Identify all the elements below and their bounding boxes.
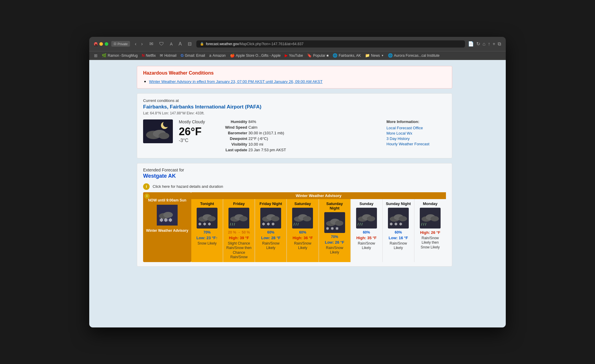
back-button[interactable]: ‹ <box>133 41 138 47</box>
forecast-day: Sunday / / / 60% High: 35 °F Rain/Snow L… <box>351 199 383 262</box>
wind-value: Calm <box>248 125 257 130</box>
url-domain: forecast.weather.gov <box>206 42 239 46</box>
precip-pct: 60% <box>385 230 412 234</box>
svg-point-28 <box>303 216 311 221</box>
day-weather-img: ❄ ❄ ❄ <box>388 208 409 229</box>
cc-body: Mostly Cloudy 26°F -3°C Humidity 84% Win… <box>143 119 446 153</box>
aurora-icon: 🌐 <box>388 53 393 58</box>
more-local-wx-link[interactable]: More Local Wx <box>386 131 446 135</box>
day-name: Friday Night <box>257 201 284 206</box>
bookmark-gmail[interactable]: G Gmail: Email <box>181 53 205 58</box>
svg-text:/ / /: / / / <box>358 222 363 226</box>
hotmail-icon: ✉ <box>160 53 163 58</box>
dew-value: 22°F (-6°C) <box>248 136 268 141</box>
news-dropdown-icon: ▼ <box>381 54 384 57</box>
refresh-button[interactable]: ↻ <box>476 41 480 47</box>
hourly-weather-link[interactable]: Hourly Weather Forecast <box>386 142 446 146</box>
bookmark-popular[interactable]: 🔖 Popular ■ <box>307 53 328 58</box>
advisory-header: Winter Weather Advisory <box>191 192 446 199</box>
traffic-lights: ✕ <box>94 42 108 46</box>
forecast-day: Saturday / / / 60% High: 36 °F Rain/Snow… <box>287 199 319 262</box>
bookmark-news[interactable]: 📁 News ▼ <box>365 53 384 58</box>
bookmark-youtube[interactable]: ▶ YouTube <box>285 53 303 58</box>
inner-content: Hazardous Weather Conditions Winter Weat… <box>137 66 452 267</box>
temp-value: Low: 23 °F↑ <box>194 236 220 240</box>
info-circle-icon[interactable]: i <box>143 183 150 190</box>
day-condition: Snow Likely <box>194 241 220 246</box>
shield-button[interactable]: 🛡 <box>157 41 166 47</box>
bookmark-smugmug[interactable]: 🌿 Ramon -SmugMug <box>102 53 138 58</box>
popular-icon: 🔖 <box>307 53 312 58</box>
bookmark-netflix[interactable]: N Netflix <box>142 53 156 58</box>
email-button[interactable]: ✉ <box>148 40 155 47</box>
local-forecast-office-link[interactable]: Local Forecast Office <box>386 126 446 130</box>
private-label: Private <box>118 42 128 46</box>
day-condition: Slight Chance Rain/Snow then Chance Rain… <box>226 241 252 260</box>
day-name: Friday <box>226 201 252 206</box>
address-bar[interactable]: 🔒 forecast.weather.gov/MapClick.php?lon=… <box>196 40 465 48</box>
3day-history-link[interactable]: 3 Day History <box>386 136 446 141</box>
font-large-button[interactable]: A <box>177 41 184 47</box>
share-button[interactable]: ↑ <box>488 41 490 47</box>
hazard-details-link[interactable]: Click here for hazard details and durati… <box>153 184 223 189</box>
weather-details: Humidity 84% Wind Speed Calm Barometer 3… <box>220 119 381 153</box>
apps-grid-icon[interactable]: ⊞ <box>94 53 98 58</box>
svg-text:/ / /: / / / <box>294 222 299 226</box>
cc-coords: Lat: 64.8°N Lon: 147.88°W Elev: 433ft. <box>143 111 446 115</box>
day-name: Saturday <box>289 201 316 206</box>
day-name: Tonight <box>194 201 220 206</box>
hazard-advisory-link[interactable]: Winter Weather Advisory in effect from J… <box>149 79 322 84</box>
day-condition: Rain/Snow Likely then Snow Likely <box>417 236 444 250</box>
close-button[interactable]: ✕ <box>94 42 98 46</box>
private-mode-button[interactable]: ⊡ Private <box>111 41 130 47</box>
day-name: Monday <box>417 201 444 206</box>
update-value: 23 Jan 7:53 pm AKST <box>248 148 286 152</box>
svg-text:/ / /: / / / <box>421 222 426 226</box>
day-weather-img: / / / <box>228 208 249 229</box>
reader-mode-button[interactable]: 📄 <box>468 41 474 47</box>
vis-value: 10.00 mi <box>248 142 263 146</box>
title-bar: ✕ ⊡ Private ‹ › ✉ 🛡 A A ⊟ 🔒 forecast.wea… <box>89 37 506 51</box>
bookmark-fairbanks[interactable]: 🌐 Fairbanks, AK <box>333 53 361 58</box>
tab-button[interactable]: ⊟ <box>186 40 193 47</box>
fairbanks-icon: 🌐 <box>333 53 337 58</box>
smugmug-icon: 🌿 <box>102 53 107 58</box>
maximize-button[interactable] <box>105 42 108 46</box>
forecast-days: Tonight ❄ ❄ ❄ 70% Low: 23 °F↑ Snow Likel… <box>191 199 446 262</box>
new-tab-button[interactable]: + <box>493 41 495 47</box>
forecast-day: Sunday Night ❄ ❄ ❄ 60% Low: 16 °F Rain/S… <box>383 199 414 262</box>
day-name: Saturday Night <box>321 201 348 210</box>
cc-label: Current conditions at <box>143 98 446 103</box>
bookmark-hotmail[interactable]: ✉ Hotmail <box>160 53 176 58</box>
vis-label: Visibility <box>220 142 247 146</box>
home-button[interactable]: ⌂ <box>483 41 486 47</box>
update-label: Last update <box>220 148 247 152</box>
wind-label: Wind Speed <box>220 125 247 130</box>
hazard-banner-row: i Click here for hazard details and dura… <box>143 183 446 190</box>
temp-value: High: 39 °F <box>226 236 252 240</box>
bookmark-aurora[interactable]: 🌐 Aurora Forecas...cal Institute <box>388 53 439 58</box>
humidity-value: 84% <box>248 119 256 124</box>
forecast-day: Friday Night ❄ ❄ ❄ 60% Low: 28 °F Rain/S… <box>255 199 287 262</box>
temp-value: High: 35 °F <box>353 236 380 240</box>
gmail-icon: G <box>181 53 184 58</box>
extended-section: Extended Forecast for Westgate AK i Clic… <box>137 163 452 267</box>
lock-icon: 🔒 <box>200 42 204 46</box>
advisory-badge: Winter Weather Advisory <box>146 229 188 233</box>
tabs-overview-button[interactable]: ⧉ <box>498 41 501 47</box>
bookmark-apple[interactable]: 🍎 Apple Store O...Gifts - Apple <box>230 53 281 58</box>
minimize-button[interactable] <box>99 42 103 46</box>
apple-icon: 🍎 <box>230 53 235 58</box>
bookmark-amazon[interactable]: a Amazon <box>209 53 226 58</box>
advisory-info-icon[interactable]: i <box>144 193 150 199</box>
font-small-button[interactable]: A <box>168 41 174 47</box>
svg-text:❄ ❄ ❄: ❄ ❄ ❄ <box>326 226 339 231</box>
forward-button[interactable]: › <box>140 41 145 47</box>
day-weather-img: ❄ ❄ ❄ <box>260 208 281 229</box>
dew-row: Dewpoint 22°F (-6°C) <box>220 136 381 141</box>
temp-value: Low: 28 °F <box>257 236 284 240</box>
address-url: forecast.weather.gov/MapClick.php?lon=-1… <box>206 42 303 46</box>
cc-station: Fairbanks, Fairbanks International Airpo… <box>143 104 446 110</box>
browser-window: ✕ ⊡ Private ‹ › ✉ 🛡 A A ⊟ 🔒 forecast.wea… <box>89 37 506 327</box>
url-path: /MapClick.php?lon=-147.761&lat=64.837 <box>239 42 304 46</box>
